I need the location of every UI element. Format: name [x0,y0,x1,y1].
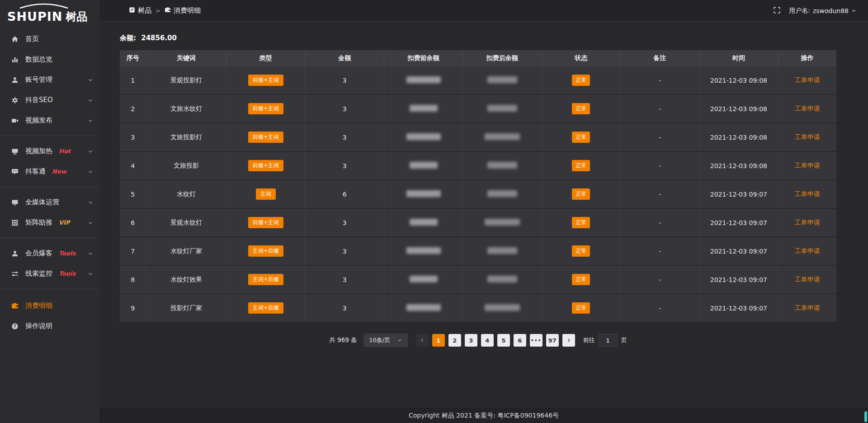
masked-pre-balance [406,304,441,311]
logo[interactable]: SHUPIN 树品 [0,0,99,24]
masked-post-balance [487,247,517,254]
hot-tag: Hot [59,148,71,155]
top-bar: 树品 > 消费明细 用户名: zswodun88 [99,0,868,22]
fullscreen-icon[interactable] [773,6,781,15]
status-badge: 正常 [572,274,590,285]
masked-post-balance [487,162,517,169]
ticket-apply-link[interactable]: 工单申请 [795,190,820,197]
chevron-down-icon [88,251,93,256]
page-button-97[interactable]: 97 [546,334,559,347]
sidebar-item-clue-monitor[interactable]: 线索监控 Tools [0,263,99,284]
status-badge: 正常 [572,217,590,228]
masked-pre-balance [406,190,441,197]
sidebar-divider [0,238,99,238]
sidebar-item-home[interactable]: 首页 [0,29,99,49]
more-pages-button[interactable]: ••• [530,334,542,347]
sidebar-item-matrix-boost[interactable]: 矩阵助推 VIP [0,212,99,233]
sidebar-item-label: 首页 [25,35,39,43]
sidebar-item-all-media[interactable]: 全媒体运营 [0,192,99,212]
question-icon: ? [11,323,19,330]
page-button-5[interactable]: 5 [497,334,510,347]
ticket-apply-link[interactable]: 工单申请 [795,219,820,226]
masked-post-balance [485,304,520,311]
chevron-down-icon [88,220,93,226]
sidebar-item-label: 操作说明 [25,322,52,330]
doc-icon [129,7,135,15]
pagination: 共 969 条 10条/页 1 2 3 4 5 6 ••• 97 前往 页 [120,334,836,347]
sidebar-item-label: 消费明细 [25,301,52,310]
sidebar-item-label: 数据总览 [25,55,52,64]
page-button-6[interactable]: 6 [514,334,526,347]
column-header: 操作 [778,50,836,66]
gear-icon [11,97,19,104]
comment-icon [11,168,19,175]
video-icon [11,117,19,124]
sidebar-item-douketong[interactable]: 抖客通 New [0,161,99,182]
masked-pre-balance [406,76,441,83]
user-menu[interactable]: 用户名: zswodun88 [789,7,856,15]
monitor-icon [11,199,19,206]
prev-page-button[interactable] [416,334,429,347]
sidebar-item-instructions[interactable]: ? 操作说明 [0,316,99,336]
ticket-apply-link[interactable]: 工单申请 [795,162,820,169]
consumption-table: 序号 关键词 类型 金额 扣费前余额 扣费后余额 状态 备注 时间 操作 1 [120,50,836,323]
masked-post-balance [485,133,520,140]
page-button-1[interactable]: 1 [432,334,445,347]
next-page-button[interactable] [562,334,575,347]
chevron-down-icon [397,337,402,344]
scrollbar-thumb[interactable] [864,411,867,422]
ticket-apply-link[interactable]: 工单申请 [795,76,820,84]
sidebar-item-member-burst[interactable]: 会员爆客 Tools [0,243,99,263]
status-badge: 正常 [572,245,590,257]
status-badge: 正常 [572,302,590,314]
masked-pre-balance [410,105,438,112]
ticket-apply-link[interactable]: 工单申请 [795,105,820,112]
svg-text:?: ? [14,324,16,329]
content-area: 余额: 24856.00 序号 关键词 类型 金额 扣费前余额 扣费后余额 [99,22,868,408]
page-size-select[interactable]: 10条/页 [363,334,408,347]
sidebar-item-label: 线索监控 [25,269,52,278]
wallet-icon [165,7,171,15]
chevron-down-icon [851,7,856,14]
status-badge: 正常 [572,132,590,143]
logo-arc [17,2,71,10]
goto-page-input[interactable] [599,334,618,347]
breadcrumb-root[interactable]: 树品 [129,6,151,15]
breadcrumb-separator: > [156,7,160,14]
sidebar-item-video-heat[interactable]: 视频加热 Hot [0,141,99,161]
new-tag: New [52,168,66,175]
type-badge: 主词+后缀 [248,245,283,257]
sidebar-item-account[interactable]: 账号管理 [0,70,99,90]
sidebar-item-label: 抖客通 [25,167,46,176]
table-row: 8 水纹灯效果 主词+后缀 3 正常 - 2021-12-03 09:07 工单… [120,266,836,294]
ticket-apply-link[interactable]: 工单申请 [795,276,820,283]
status-badge: 正常 [572,188,590,200]
page-button-4[interactable]: 4 [481,334,494,347]
sidebar-item-data-overview[interactable]: 数据总览 [0,49,99,70]
ticket-apply-link[interactable]: 工单申请 [795,247,820,254]
status-badge: 正常 [572,75,590,86]
ticket-apply-link[interactable]: 工单申请 [795,304,820,311]
table-row: 7 水纹灯厂家 主词+后缀 3 正常 - 2021-12-03 09:07 工单… [120,237,836,266]
sidebar-item-consumption-detail[interactable]: 消费明细 [0,296,99,316]
sidebar-item-label: 视频发布 [25,116,52,125]
column-header: 时间 [699,50,778,66]
balance: 余额: 24856.00 [120,34,836,42]
type-badge: 前缀+主词 [248,132,283,143]
sidebar-item-video-publish[interactable]: 视频发布 [0,110,99,131]
page-button-2[interactable]: 2 [448,334,461,347]
sidebar-item-douyin-seo[interactable]: 抖音SEO [0,90,99,110]
chevron-down-icon [88,77,93,83]
tools-tag: Tools [59,270,75,277]
ticket-apply-link[interactable]: 工单申请 [795,133,820,141]
masked-pre-balance [410,219,438,226]
page-button-3[interactable]: 3 [465,334,477,347]
masked-post-balance [485,219,520,226]
screen-icon [11,148,19,155]
chevron-down-icon [88,98,93,103]
chevron-down-icon [88,169,93,174]
tools-tag: Tools [59,250,75,257]
table-row: 2 文旅水纹灯 前缀+主词 3 正常 - 2021-12-03 09:08 工单… [120,95,836,123]
breadcrumb-current[interactable]: 消费明细 [165,6,201,15]
type-badge: 前缀+主词 [248,160,283,171]
